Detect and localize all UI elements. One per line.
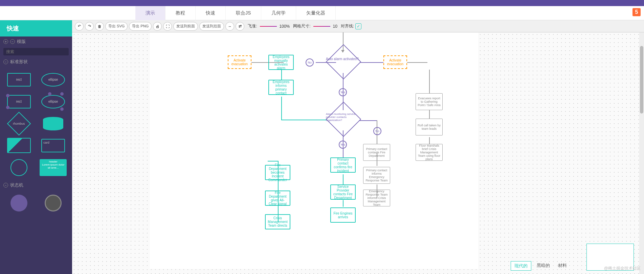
shape-card[interactable]: card xyxy=(38,136,69,155)
edge xyxy=(268,161,278,161)
node-service-provider[interactable]: Service Provider contacts Fire Departmen… xyxy=(330,184,356,200)
toolbar: ↶ ↷ 🗑 导出 SVG 导出 PNG 🖨 ⛶ 发送到前面 发送到后面 ↔ ⇄ … xyxy=(72,20,644,32)
export-svg-button[interactable]: 导出 SVG xyxy=(105,22,128,31)
node-primary-ert[interactable]: Primary contact informs Emergency Respon… xyxy=(363,167,390,184)
minus-icon[interactable]: − xyxy=(3,59,8,64)
canvas[interactable]: Auto alarm activated? No Yes Activate ev… xyxy=(72,32,644,274)
node-evacuees[interactable]: Evacuees report to Gathering Point / Saf… xyxy=(416,93,443,110)
node-primary-confirm[interactable]: Primary contact confirms fire incident xyxy=(330,157,356,173)
section-standard[interactable]: − 标准形状 xyxy=(0,57,72,67)
section-templates[interactable]: + − 模版 xyxy=(0,36,72,47)
label-yes2: Yes xyxy=(339,141,347,149)
grid-slider[interactable] xyxy=(313,26,330,27)
theme-dark[interactable]: 黑暗的 xyxy=(534,261,553,271)
edge xyxy=(281,70,282,80)
shape-rect-ports[interactable]: rect xyxy=(3,92,35,111)
state-start[interactable] xyxy=(3,194,35,212)
node-evac-right[interactable]: Activate evacuation xyxy=(383,55,407,69)
theme-modern[interactable]: 现代的 xyxy=(511,261,531,271)
section-label: 状态机 xyxy=(10,182,23,188)
top-purple-bar xyxy=(0,0,644,6)
state-end[interactable] xyxy=(38,194,69,212)
node-fire-cmd[interactable]: Fire Department becomes Incident Command… xyxy=(265,165,290,180)
minus-icon[interactable]: − xyxy=(10,39,15,44)
edge xyxy=(343,174,343,184)
minus-icon[interactable]: − xyxy=(3,183,8,188)
shape-rect[interactable]: rect xyxy=(3,70,35,89)
redo-button[interactable]: ↷ xyxy=(85,22,94,31)
zoom-slider[interactable] xyxy=(260,26,277,27)
canvas-area: ↶ ↷ 🗑 导出 SVG 导出 PNG 🖨 ⛶ 发送到前面 发送到后面 ↔ ⇄ … xyxy=(72,20,644,274)
delete-button[interactable]: 🗑 xyxy=(95,22,104,31)
snap-label: 对齐线: xyxy=(341,23,354,29)
grid-label: 网格尺寸: xyxy=(293,23,310,29)
edge xyxy=(360,62,383,63)
tab-vectorizer[interactable]: 矢量化器 xyxy=(296,6,336,20)
zoom-value: 100% xyxy=(280,24,290,29)
node-ert-crisis[interactable]: Emergency Response Team informs Crisis M… xyxy=(363,190,390,206)
grid-value: 10 xyxy=(333,24,337,29)
print-button[interactable]: 🖨 xyxy=(153,22,162,31)
section-label: 模版 xyxy=(17,39,26,45)
tab-demo[interactable]: 演示 xyxy=(135,6,165,20)
edge xyxy=(407,62,427,63)
node-fire-arrives[interactable]: Fire Engines arrives xyxy=(330,207,356,223)
theme-switcher: 现代的 黑暗的 材料 xyxy=(511,261,570,271)
shape-image[interactable] xyxy=(3,136,35,155)
tab-jointjs[interactable]: 联合JS xyxy=(226,6,261,20)
snap-checkbox[interactable]: ✓ xyxy=(355,23,361,29)
shape-ellipse-ports[interactable]: ellipse xyxy=(38,92,69,111)
edge xyxy=(281,120,327,120)
sidebar-title: 快速 xyxy=(0,20,72,36)
shape-rhombus[interactable]: rhombus xyxy=(3,114,35,133)
edge xyxy=(281,97,282,120)
label-yes: Yes xyxy=(339,88,347,96)
edge xyxy=(360,120,377,121)
sidebar: 快速 + − 模版 − 标准形状 rect ellipse rect ellip… xyxy=(0,20,72,274)
edge xyxy=(343,200,343,207)
undo-button[interactable]: ↶ xyxy=(75,22,84,31)
node-alarm-monitor[interactable]: Alarm monitoring service provider contac… xyxy=(326,108,360,129)
scrollbar-vertical[interactable] xyxy=(639,32,644,274)
send-back-button[interactable]: 发送到后面 xyxy=(199,22,224,31)
scroll-thumb[interactable] xyxy=(640,46,643,114)
node-marshals[interactable]: Floor Marshals brief Crisis Management T… xyxy=(416,144,443,161)
paper[interactable]: Auto alarm activated? No Yes Activate ev… xyxy=(150,32,478,269)
node-evac-left[interactable]: Activate evacuation xyxy=(228,55,251,69)
label-no: No xyxy=(306,58,314,67)
shape-ellipse[interactable]: ellipse xyxy=(38,70,69,89)
search-input[interactable] xyxy=(3,48,69,55)
tab-tutorial[interactable]: 教程 xyxy=(165,6,196,20)
shape-header[interactable]: headerLorem ipsum dolor sit ame... xyxy=(38,158,69,177)
node-crisis-mgmt[interactable]: Crisis Management Team directs xyxy=(265,214,290,229)
shape-circle-image[interactable] xyxy=(3,158,35,177)
watermark: @稀土掘金技术社区 xyxy=(604,266,641,271)
section-state[interactable]: − 状态机 xyxy=(0,180,72,190)
fit-button[interactable]: ↔ xyxy=(225,22,234,31)
tab-quick[interactable]: 快速 xyxy=(196,6,226,20)
node-auto-alarm[interactable]: Auto alarm activated? xyxy=(326,51,360,71)
node-fire-clear[interactable]: Fire Department gives All-Clear signal xyxy=(265,191,290,206)
node-emp-manual[interactable]: Employees manually activates alarm xyxy=(268,55,294,70)
shape-cylinder[interactable] xyxy=(38,114,69,133)
shapes-grid: rect ellipse rect ellipse rhombus card h… xyxy=(0,67,72,180)
edge xyxy=(278,181,279,191)
nav-tabs: 演示 教程 快速 联合JS 几何学 矢量化器 xyxy=(0,6,644,20)
edge xyxy=(429,70,430,93)
send-front-button[interactable]: 发送到前面 xyxy=(173,22,198,31)
fullscreen-button[interactable]: ⛶ xyxy=(163,22,172,31)
zoom-label: 飞涨: xyxy=(248,23,257,29)
state-shapes xyxy=(0,190,72,216)
node-emp-inform[interactable]: Employees informs primary contact xyxy=(268,80,294,95)
node-primary-fire[interactable]: Primary contact contacts Fire Department xyxy=(363,144,390,161)
layout-button[interactable]: ⇄ xyxy=(236,22,244,31)
edge xyxy=(429,110,430,119)
edge xyxy=(429,137,430,144)
label-no2: No xyxy=(373,127,381,135)
edge xyxy=(278,208,279,215)
plus-icon[interactable]: + xyxy=(3,39,8,44)
tab-geometry[interactable]: 几何学 xyxy=(261,6,296,20)
node-rollcall[interactable]: Roll call taken by team leads xyxy=(416,119,443,135)
export-png-button[interactable]: 导出 PNG xyxy=(129,22,152,31)
theme-material[interactable]: 材料 xyxy=(555,261,570,271)
